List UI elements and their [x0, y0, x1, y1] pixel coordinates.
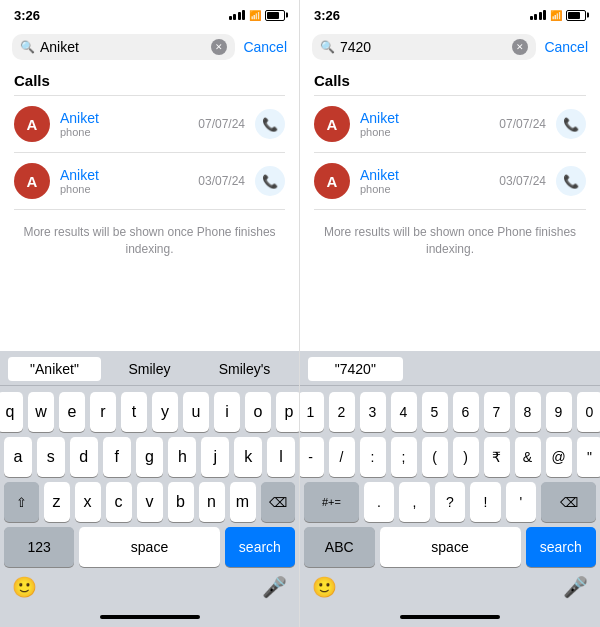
call-type-right-1: phone — [360, 126, 489, 138]
call-phone-btn-right-1[interactable]: 📞 — [556, 109, 586, 139]
key-lparen[interactable]: ( — [422, 437, 448, 477]
key-y[interactable]: y — [152, 392, 178, 432]
key-hashplus[interactable]: #+= — [304, 482, 359, 522]
status-icons-right: 📶 — [530, 10, 587, 21]
emoji-icon-right[interactable]: 🙂 — [312, 575, 337, 599]
key-b[interactable]: b — [168, 482, 194, 522]
search-button-left[interactable]: search — [225, 527, 295, 567]
key-7[interactable]: 7 — [484, 392, 510, 432]
key-quote[interactable]: " — [577, 437, 601, 477]
key-g[interactable]: g — [136, 437, 164, 477]
suggestion-right-1[interactable]: "7420" — [308, 357, 403, 381]
search-input-left[interactable]: 🔍 Aniket ✕ — [12, 34, 235, 60]
key-exclaim[interactable]: ! — [470, 482, 500, 522]
key-slash[interactable]: / — [329, 437, 355, 477]
call-item-right-2[interactable]: A Aniket phone 03/07/24 📞 — [300, 155, 600, 207]
key-l[interactable]: l — [267, 437, 295, 477]
key-d[interactable]: d — [70, 437, 98, 477]
keyboard-rows-right: 1 2 3 4 5 6 7 8 9 0 - / : ; ( ) ₹ & @ — [300, 386, 600, 571]
key-u[interactable]: u — [183, 392, 209, 432]
key-q[interactable]: q — [0, 392, 23, 432]
call-info-left-1: Aniket phone — [60, 110, 188, 138]
key-a[interactable]: a — [4, 437, 32, 477]
key-9[interactable]: 9 — [546, 392, 572, 432]
key-backspace-left[interactable]: ⌫ — [261, 482, 296, 522]
call-item-left-1[interactable]: A Aniket phone 07/07/24 📞 — [0, 98, 299, 150]
search-clear-right[interactable]: ✕ — [512, 39, 528, 55]
search-button-right[interactable]: search — [526, 527, 597, 567]
key-period[interactable]: . — [364, 482, 394, 522]
emoji-icon-left[interactable]: 🙂 — [12, 575, 37, 599]
call-type-right-2: phone — [360, 183, 489, 195]
key-v[interactable]: v — [137, 482, 163, 522]
key-row-left-4: 123 space search — [4, 527, 295, 567]
key-o[interactable]: o — [245, 392, 271, 432]
key-1[interactable]: 1 — [300, 392, 324, 432]
key-5[interactable]: 5 — [422, 392, 448, 432]
avatar-right-1: A — [314, 106, 350, 142]
key-c[interactable]: c — [106, 482, 132, 522]
call-phone-btn-left-1[interactable]: 📞 — [255, 109, 285, 139]
key-h[interactable]: h — [168, 437, 196, 477]
key-backspace-right[interactable]: ⌫ — [541, 482, 596, 522]
call-date-right-2: 03/07/24 — [499, 174, 546, 188]
status-icons-left: 📶 — [229, 10, 286, 21]
key-abc-right[interactable]: ABC — [304, 527, 375, 567]
key-colon[interactable]: : — [360, 437, 386, 477]
key-dash[interactable]: - — [300, 437, 324, 477]
call-phone-btn-left-2[interactable]: 📞 — [255, 166, 285, 196]
signal-icon-right — [530, 10, 547, 20]
key-question[interactable]: ? — [435, 482, 465, 522]
suggestion-left-1[interactable]: "Aniket" — [8, 357, 101, 381]
cancel-button-left[interactable]: Cancel — [243, 39, 287, 55]
call-date-right-1: 07/07/24 — [499, 117, 546, 131]
key-t[interactable]: t — [121, 392, 147, 432]
key-apostrophe[interactable]: ' — [506, 482, 536, 522]
call-item-right-1[interactable]: A Aniket phone 07/07/24 📞 — [300, 98, 600, 150]
key-space-left[interactable]: space — [79, 527, 220, 567]
mic-icon-right[interactable]: 🎤 — [563, 575, 588, 599]
key-k[interactable]: k — [234, 437, 262, 477]
suggestion-left-2[interactable]: Smiley — [103, 357, 196, 381]
key-rparen[interactable]: ) — [453, 437, 479, 477]
key-s[interactable]: s — [37, 437, 65, 477]
key-e[interactable]: e — [59, 392, 85, 432]
key-semicolon[interactable]: ; — [391, 437, 417, 477]
key-m[interactable]: m — [230, 482, 256, 522]
home-indicator-right — [300, 607, 600, 627]
key-ampersand[interactable]: & — [515, 437, 541, 477]
key-6[interactable]: 6 — [453, 392, 479, 432]
key-shift[interactable]: ⇧ — [4, 482, 39, 522]
key-3[interactable]: 3 — [360, 392, 386, 432]
key-f[interactable]: f — [103, 437, 131, 477]
search-clear-left[interactable]: ✕ — [211, 39, 227, 55]
key-0[interactable]: 0 — [577, 392, 601, 432]
key-4[interactable]: 4 — [391, 392, 417, 432]
avatar-right-2: A — [314, 163, 350, 199]
key-comma[interactable]: , — [399, 482, 429, 522]
cancel-button-right[interactable]: Cancel — [544, 39, 588, 55]
key-i[interactable]: i — [214, 392, 240, 432]
key-j[interactable]: j — [201, 437, 229, 477]
suggestion-left-3[interactable]: Smiley's — [198, 357, 291, 381]
avatar-left-1: A — [14, 106, 50, 142]
key-w[interactable]: w — [28, 392, 54, 432]
key-8[interactable]: 8 — [515, 392, 541, 432]
key-n[interactable]: n — [199, 482, 225, 522]
key-2[interactable]: 2 — [329, 392, 355, 432]
key-at[interactable]: @ — [546, 437, 572, 477]
key-z[interactable]: z — [44, 482, 70, 522]
search-input-right[interactable]: 🔍 7420 ✕ — [312, 34, 536, 60]
call-phone-btn-right-2[interactable]: 📞 — [556, 166, 586, 196]
key-x[interactable]: x — [75, 482, 101, 522]
key-rupee[interactable]: ₹ — [484, 437, 510, 477]
left-phone-panel: 3:26 📶 🔍 Aniket ✕ Cancel Calls A — [0, 0, 300, 627]
key-row-right-1: 1 2 3 4 5 6 7 8 9 0 — [304, 392, 596, 432]
call-item-left-2[interactable]: A Aniket phone 03/07/24 📞 — [0, 155, 299, 207]
key-space-right[interactable]: space — [380, 527, 521, 567]
key-123-left[interactable]: 123 — [4, 527, 74, 567]
key-p[interactable]: p — [276, 392, 300, 432]
key-r[interactable]: r — [90, 392, 116, 432]
bottom-bar-right: 🙂 🎤 — [300, 571, 600, 607]
mic-icon-left[interactable]: 🎤 — [262, 575, 287, 599]
